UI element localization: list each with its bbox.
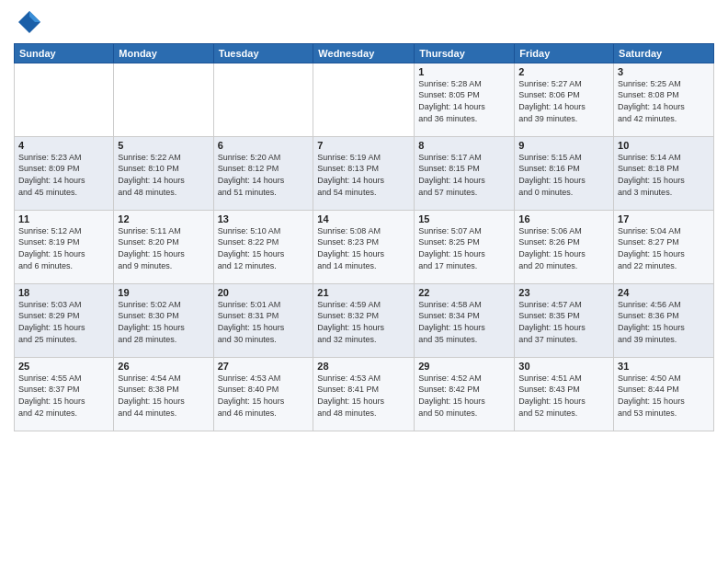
calendar-header-row: SundayMondayTuesdayWednesdayThursdayFrid… <box>15 43 714 63</box>
day-number: 27 <box>218 361 310 372</box>
day-number: 30 <box>518 361 609 372</box>
calendar-cell: 31Sunrise: 4:50 AM Sunset: 8:44 PM Dayli… <box>614 357 714 431</box>
calendar-week-row: 4Sunrise: 5:23 AM Sunset: 8:09 PM Daylig… <box>15 136 714 210</box>
day-number: 24 <box>618 287 710 298</box>
day-info: Sunrise: 5:14 AM Sunset: 8:18 PM Dayligh… <box>618 152 710 198</box>
day-number: 18 <box>18 287 109 298</box>
day-number: 7 <box>317 140 410 151</box>
calendar-cell: 16Sunrise: 5:06 AM Sunset: 8:26 PM Dayli… <box>515 210 614 283</box>
calendar-cell: 18Sunrise: 5:03 AM Sunset: 8:29 PM Dayli… <box>15 283 114 357</box>
calendar-cell: 20Sunrise: 5:01 AM Sunset: 8:31 PM Dayli… <box>213 283 313 357</box>
calendar-cell: 7Sunrise: 5:19 AM Sunset: 8:13 PM Daylig… <box>313 136 415 210</box>
day-of-week-header: Wednesday <box>313 43 415 63</box>
day-info: Sunrise: 4:54 AM Sunset: 8:38 PM Dayligh… <box>118 373 209 419</box>
day-info: Sunrise: 5:22 AM Sunset: 8:10 PM Dayligh… <box>118 152 209 198</box>
calendar-cell: 13Sunrise: 5:10 AM Sunset: 8:22 PM Dayli… <box>213 210 313 283</box>
day-number: 6 <box>218 140 310 151</box>
day-number: 26 <box>118 361 209 372</box>
day-info: Sunrise: 5:07 AM Sunset: 8:25 PM Dayligh… <box>418 225 510 271</box>
calendar-week-row: 1Sunrise: 5:28 AM Sunset: 8:05 PM Daylig… <box>15 63 714 136</box>
day-info: Sunrise: 4:53 AM Sunset: 8:41 PM Dayligh… <box>317 373 410 419</box>
day-info: Sunrise: 5:27 AM Sunset: 8:06 PM Dayligh… <box>518 78 609 124</box>
calendar-cell: 11Sunrise: 5:12 AM Sunset: 8:19 PM Dayli… <box>15 210 114 283</box>
day-of-week-header: Thursday <box>415 43 515 63</box>
calendar-cell: 28Sunrise: 4:53 AM Sunset: 8:41 PM Dayli… <box>313 357 415 431</box>
logo <box>14 9 42 36</box>
day-number: 16 <box>518 213 609 224</box>
day-number: 13 <box>218 213 310 224</box>
day-info: Sunrise: 4:56 AM Sunset: 8:36 PM Dayligh… <box>618 299 710 345</box>
day-number: 17 <box>618 213 710 224</box>
day-info: Sunrise: 4:50 AM Sunset: 8:44 PM Dayligh… <box>618 373 710 419</box>
calendar-cell: 3Sunrise: 5:25 AM Sunset: 8:08 PM Daylig… <box>614 63 714 136</box>
day-info: Sunrise: 5:02 AM Sunset: 8:30 PM Dayligh… <box>118 299 209 345</box>
day-of-week-header: Sunday <box>15 43 114 63</box>
calendar-cell <box>15 63 114 136</box>
page: SundayMondayTuesdayWednesdayThursdayFrid… <box>0 0 728 563</box>
calendar-cell: 26Sunrise: 4:54 AM Sunset: 8:38 PM Dayli… <box>114 357 213 431</box>
day-info: Sunrise: 5:10 AM Sunset: 8:22 PM Dayligh… <box>218 225 310 271</box>
day-info: Sunrise: 4:58 AM Sunset: 8:34 PM Dayligh… <box>418 299 510 345</box>
calendar-cell: 29Sunrise: 4:52 AM Sunset: 8:42 PM Dayli… <box>415 357 515 431</box>
header <box>14 9 714 36</box>
day-info: Sunrise: 5:15 AM Sunset: 8:16 PM Dayligh… <box>518 152 609 198</box>
day-number: 10 <box>618 140 710 151</box>
calendar-cell: 21Sunrise: 4:59 AM Sunset: 8:32 PM Dayli… <box>313 283 415 357</box>
day-of-week-header: Friday <box>515 43 614 63</box>
calendar-cell: 17Sunrise: 5:04 AM Sunset: 8:27 PM Dayli… <box>614 210 714 283</box>
day-number: 15 <box>418 213 510 224</box>
day-info: Sunrise: 4:59 AM Sunset: 8:32 PM Dayligh… <box>317 299 410 345</box>
calendar-cell: 1Sunrise: 5:28 AM Sunset: 8:05 PM Daylig… <box>415 63 515 136</box>
day-number: 19 <box>118 287 209 298</box>
day-info: Sunrise: 5:08 AM Sunset: 8:23 PM Dayligh… <box>317 225 410 271</box>
logo-text <box>14 9 42 36</box>
day-number: 5 <box>118 140 209 151</box>
calendar-week-row: 18Sunrise: 5:03 AM Sunset: 8:29 PM Dayli… <box>15 283 714 357</box>
day-number: 9 <box>518 140 609 151</box>
calendar-cell: 14Sunrise: 5:08 AM Sunset: 8:23 PM Dayli… <box>313 210 415 283</box>
calendar-cell: 12Sunrise: 5:11 AM Sunset: 8:20 PM Dayli… <box>114 210 213 283</box>
day-number: 20 <box>218 287 310 298</box>
day-info: Sunrise: 5:12 AM Sunset: 8:19 PM Dayligh… <box>18 225 109 271</box>
day-info: Sunrise: 5:28 AM Sunset: 8:05 PM Dayligh… <box>418 78 510 124</box>
calendar-cell <box>213 63 313 136</box>
day-info: Sunrise: 4:55 AM Sunset: 8:37 PM Dayligh… <box>18 373 109 419</box>
day-number: 31 <box>618 361 710 372</box>
day-of-week-header: Monday <box>114 43 213 63</box>
day-info: Sunrise: 5:19 AM Sunset: 8:13 PM Dayligh… <box>317 152 410 198</box>
calendar-cell: 19Sunrise: 5:02 AM Sunset: 8:30 PM Dayli… <box>114 283 213 357</box>
day-of-week-header: Tuesday <box>213 43 313 63</box>
day-info: Sunrise: 5:23 AM Sunset: 8:09 PM Dayligh… <box>18 152 109 198</box>
day-info: Sunrise: 5:17 AM Sunset: 8:15 PM Dayligh… <box>418 152 510 198</box>
calendar-cell <box>114 63 213 136</box>
day-info: Sunrise: 5:20 AM Sunset: 8:12 PM Dayligh… <box>218 152 310 198</box>
calendar-cell: 4Sunrise: 5:23 AM Sunset: 8:09 PM Daylig… <box>15 136 114 210</box>
calendar-cell <box>313 63 415 136</box>
day-info: Sunrise: 4:52 AM Sunset: 8:42 PM Dayligh… <box>418 373 510 419</box>
day-info: Sunrise: 5:03 AM Sunset: 8:29 PM Dayligh… <box>18 299 109 345</box>
day-number: 3 <box>618 66 710 77</box>
calendar-week-row: 11Sunrise: 5:12 AM Sunset: 8:19 PM Dayli… <box>15 210 714 283</box>
calendar-cell: 8Sunrise: 5:17 AM Sunset: 8:15 PM Daylig… <box>415 136 515 210</box>
calendar: SundayMondayTuesdayWednesdayThursdayFrid… <box>14 43 714 431</box>
day-of-week-header: Saturday <box>614 43 714 63</box>
calendar-cell: 5Sunrise: 5:22 AM Sunset: 8:10 PM Daylig… <box>114 136 213 210</box>
day-number: 28 <box>317 361 410 372</box>
calendar-cell: 15Sunrise: 5:07 AM Sunset: 8:25 PM Dayli… <box>415 210 515 283</box>
day-number: 25 <box>18 361 109 372</box>
calendar-week-row: 25Sunrise: 4:55 AM Sunset: 8:37 PM Dayli… <box>15 357 714 431</box>
day-number: 12 <box>118 213 209 224</box>
day-number: 8 <box>418 140 510 151</box>
day-number: 14 <box>317 213 410 224</box>
day-info: Sunrise: 5:06 AM Sunset: 8:26 PM Dayligh… <box>518 225 609 271</box>
day-info: Sunrise: 5:25 AM Sunset: 8:08 PM Dayligh… <box>618 78 710 124</box>
calendar-cell: 2Sunrise: 5:27 AM Sunset: 8:06 PM Daylig… <box>515 63 614 136</box>
calendar-cell: 23Sunrise: 4:57 AM Sunset: 8:35 PM Dayli… <box>515 283 614 357</box>
calendar-cell: 9Sunrise: 5:15 AM Sunset: 8:16 PM Daylig… <box>515 136 614 210</box>
calendar-cell: 22Sunrise: 4:58 AM Sunset: 8:34 PM Dayli… <box>415 283 515 357</box>
day-info: Sunrise: 5:11 AM Sunset: 8:20 PM Dayligh… <box>118 225 209 271</box>
calendar-cell: 27Sunrise: 4:53 AM Sunset: 8:40 PM Dayli… <box>213 357 313 431</box>
calendar-cell: 24Sunrise: 4:56 AM Sunset: 8:36 PM Dayli… <box>614 283 714 357</box>
logo-icon <box>17 9 42 35</box>
calendar-cell: 30Sunrise: 4:51 AM Sunset: 8:43 PM Dayli… <box>515 357 614 431</box>
